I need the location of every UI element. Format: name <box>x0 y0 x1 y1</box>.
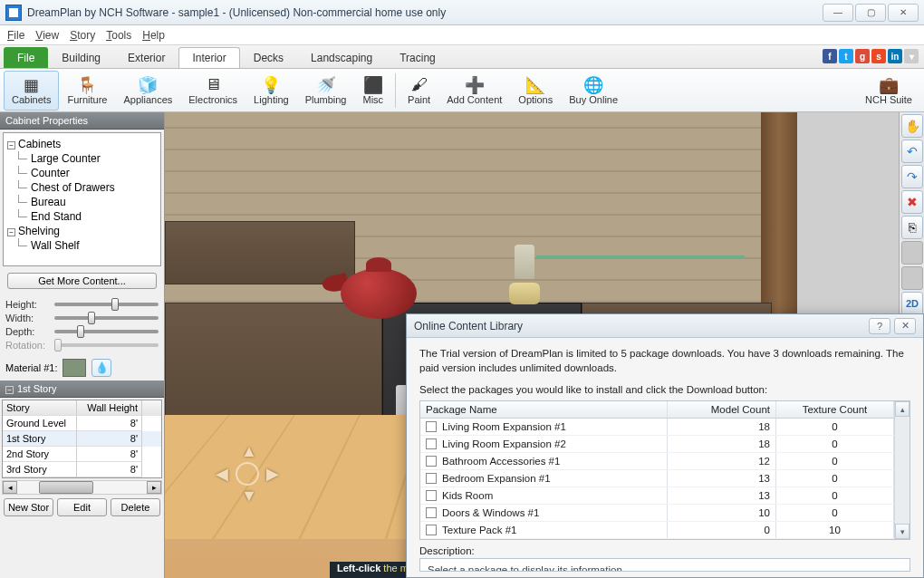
minimize-button[interactable]: — <box>823 4 853 22</box>
col-texture-count[interactable]: Texture Count <box>776 401 894 418</box>
collapse-icon[interactable]: − <box>7 228 15 236</box>
material-swatch[interactable] <box>63 359 86 377</box>
scroll-down-icon[interactable]: ▾ <box>895 524 910 539</box>
story-row[interactable]: Ground Level8' <box>3 416 161 431</box>
blank-2[interactable] <box>901 266 923 290</box>
package-row[interactable]: Kids Room130 <box>420 487 894 505</box>
arrow-up-icon[interactable]: ▲ <box>241 442 257 461</box>
ribbon-options[interactable]: 📐Options <box>510 71 561 111</box>
package-row[interactable]: Bedroom Expansion #1130 <box>420 470 894 487</box>
package-row[interactable]: Doors & Windows #1100 <box>420 505 894 522</box>
scroll-left-icon[interactable]: ◂ <box>3 481 17 494</box>
tree-item[interactable]: Bureau <box>7 195 157 209</box>
delete-tool[interactable]: ✖ <box>901 190 923 214</box>
depth-slider[interactable] <box>54 330 159 333</box>
cabinet-tree[interactable]: −Cabinets Large CounterCounterChest of D… <box>3 132 161 266</box>
dialog-help-button[interactable]: ? <box>869 318 890 334</box>
checkbox-icon[interactable] <box>426 473 437 484</box>
ribbon-plumbing[interactable]: 🚿Plumbing <box>297 71 355 111</box>
tree-node-cabinets[interactable]: −Cabinets <box>7 137 157 151</box>
col-story[interactable]: Story <box>3 400 77 416</box>
checkbox-icon[interactable] <box>426 438 437 449</box>
collapse-icon[interactable]: − <box>7 141 15 149</box>
copy-tool[interactable]: ⎘ <box>901 216 923 239</box>
tree-item[interactable]: Chest of Drawers <box>7 180 157 195</box>
ribbon-furniture[interactable]: 🪑Furniture <box>59 71 115 111</box>
package-row[interactable]: Living Room Expansion #2180 <box>420 436 894 453</box>
package-row[interactable]: Living Room Expansion #1180 <box>420 419 894 436</box>
tab-exterior[interactable]: Exterior <box>114 47 178 68</box>
menu-file[interactable]: File <box>7 29 24 42</box>
menu-story[interactable]: Story <box>70 29 95 42</box>
tree-item[interactable]: End Stand <box>7 209 157 224</box>
package-vscroll[interactable]: ▴ ▾ <box>894 401 910 539</box>
menu-view[interactable]: View <box>35 29 59 42</box>
story-row[interactable]: 2nd Story8' <box>3 447 161 462</box>
checkbox-icon[interactable] <box>426 456 437 467</box>
twitter-icon[interactable]: t <box>839 49 853 63</box>
tree-item[interactable]: Counter <box>7 166 157 180</box>
tab-decks[interactable]: Decks <box>240 47 297 68</box>
arrow-right-icon[interactable]: ▶ <box>266 464 279 484</box>
scroll-right-icon[interactable]: ▸ <box>147 481 161 494</box>
menu-help[interactable]: Help <box>142 29 165 42</box>
col-wall-height[interactable]: Wall Height <box>77 400 142 416</box>
ribbon-lighting[interactable]: 💡Lighting <box>245 71 297 111</box>
rotation-slider[interactable] <box>54 343 159 347</box>
arrow-left-icon[interactable]: ◀ <box>216 464 228 484</box>
ribbon-electronics[interactable]: 🖥Electronics <box>180 71 245 111</box>
checkbox-icon[interactable] <box>426 525 437 535</box>
width-slider[interactable] <box>54 316 159 320</box>
eyedropper-button[interactable]: 💧 <box>91 359 111 377</box>
ribbon-misc[interactable]: ⬛Misc <box>354 71 391 111</box>
delete-story-button[interactable]: Delete <box>111 498 160 516</box>
menu-tools[interactable]: Tools <box>106 29 131 42</box>
package-row[interactable]: Texture Pack #1010 <box>420 522 894 539</box>
story-hscroll[interactable]: ◂▸ <box>2 480 162 495</box>
package-row[interactable]: Bathroom Accessories #1120 <box>420 453 894 470</box>
dialog-close-button[interactable]: ✕ <box>894 318 916 334</box>
blank-1[interactable] <box>901 241 923 265</box>
redo-tool[interactable]: ↷ <box>901 165 923 188</box>
tree-item[interactable]: Wall Shelf <box>7 238 157 253</box>
ribbon-appliances[interactable]: 🧊Appliances <box>115 71 180 111</box>
story-table[interactable]: Story Wall Height Ground Level8'1st Stor… <box>2 400 162 478</box>
facebook-icon[interactable]: f <box>823 49 837 63</box>
height-slider[interactable] <box>54 303 159 306</box>
tab-landscaping[interactable]: Landscaping <box>297 47 386 68</box>
ribbon-add-content[interactable]: ➕Add Content <box>438 71 510 111</box>
center-icon[interactable] <box>236 462 259 486</box>
col-model-count[interactable]: Model Count <box>668 401 776 418</box>
edit-story-button[interactable]: Edit <box>57 498 107 516</box>
ribbon-nch-suite[interactable]: 💼NCH Suite <box>857 71 920 111</box>
tab-interior[interactable]: Interior <box>178 47 239 68</box>
dropdown-icon[interactable]: ▾ <box>904 49 919 63</box>
checkbox-icon[interactable] <box>426 421 437 432</box>
undo-tool[interactable]: ↶ <box>901 140 923 163</box>
nav-gizmo[interactable]: ▲ ▼ ◀ ▶ <box>216 442 279 506</box>
dialog-titlebar[interactable]: Online Content Library ? ✕ <box>407 314 923 338</box>
get-more-content-button[interactable]: Get More Content... <box>7 273 157 289</box>
scroll-up-icon[interactable]: ▴ <box>895 401 910 417</box>
ribbon-buy-online[interactable]: 🌐Buy Online <box>561 71 626 111</box>
linkedin-icon[interactable]: in <box>888 49 902 63</box>
story-row[interactable]: 1st Story8' <box>3 431 161 447</box>
new-story-button[interactable]: New Stor <box>4 498 53 516</box>
ribbon-paint[interactable]: 🖌Paint <box>399 71 438 111</box>
close-button[interactable]: ✕ <box>888 4 919 22</box>
ribbon-cabinets[interactable]: ▦Cabinets <box>4 71 59 111</box>
pan-tool[interactable]: ✋ <box>901 114 923 138</box>
package-table[interactable]: Package Name Model Count Texture Count L… <box>419 400 910 540</box>
story-row[interactable]: 3rd Story8' <box>3 462 161 477</box>
stumble-icon[interactable]: s <box>871 49 886 63</box>
tab-building[interactable]: Building <box>48 47 114 68</box>
checkbox-icon[interactable] <box>426 490 437 501</box>
arrow-down-icon[interactable]: ▼ <box>241 486 257 506</box>
tab-file[interactable]: File <box>4 47 48 68</box>
maximize-button[interactable]: ▢ <box>855 4 886 22</box>
tree-item[interactable]: Large Counter <box>7 151 157 166</box>
checkbox-icon[interactable] <box>426 507 437 518</box>
tree-node-shelving[interactable]: −Shelving <box>7 224 157 238</box>
mode-2d[interactable]: 2D <box>901 292 923 315</box>
col-package-name[interactable]: Package Name <box>420 401 668 418</box>
